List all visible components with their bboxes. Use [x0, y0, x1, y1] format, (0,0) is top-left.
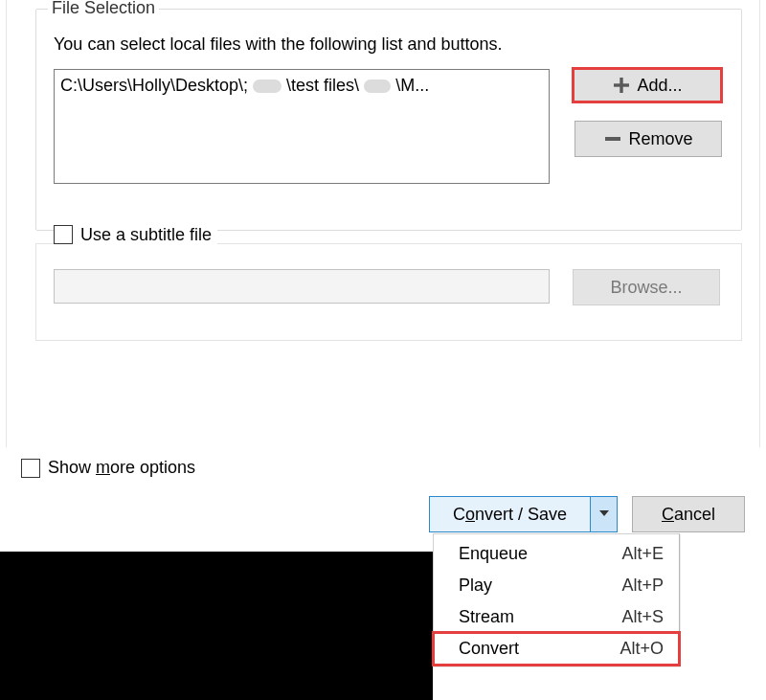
- subtitle-checkbox-row[interactable]: Use a subtitle file: [54, 225, 217, 245]
- redacted-segment: [364, 79, 391, 93]
- cancel-button[interactable]: Cancel: [632, 496, 745, 532]
- browse-button: Browse...: [573, 269, 720, 305]
- show-more-label: Show more options: [48, 458, 195, 478]
- menu-item-stream[interactable]: Stream Alt+S: [434, 601, 679, 633]
- svg-marker-3: [599, 510, 609, 516]
- menu-item-play[interactable]: Play Alt+P: [434, 570, 679, 601]
- menu-item-label: Play: [459, 576, 492, 596]
- remove-button[interactable]: Remove: [574, 121, 722, 157]
- svg-rect-2: [605, 137, 620, 141]
- add-button[interactable]: Add...: [572, 67, 723, 103]
- file-tab-panel: File Selection You can select local file…: [6, 0, 760, 447]
- browse-button-label: Browse...: [610, 278, 682, 298]
- menu-item-label: Convert: [459, 639, 519, 659]
- subtitle-file-input: [54, 269, 550, 304]
- file-selection-legend: File Selection: [48, 0, 159, 18]
- menu-item-enqueue[interactable]: Enqueue Alt+E: [434, 538, 679, 570]
- subtitle-checkbox-label: Use a subtitle file: [80, 225, 212, 245]
- plus-icon: [612, 76, 631, 95]
- file-path: C:\Users\Holly\Desktop\; \test files\ \M…: [60, 76, 429, 95]
- file-path-mid: \test files\: [286, 76, 359, 95]
- file-selection-group: File Selection You can select local file…: [35, 9, 742, 231]
- subtitle-group: Use a subtitle file Browse...: [35, 243, 742, 341]
- convert-save-dropdown[interactable]: [590, 497, 617, 531]
- show-more-checkbox[interactable]: [21, 459, 40, 478]
- menu-item-label: Enqueue: [459, 544, 528, 564]
- chevron-down-icon: [598, 505, 610, 524]
- menu-item-shortcut: Alt+E: [621, 544, 664, 564]
- svg-rect-1: [614, 83, 629, 86]
- menu-item-shortcut: Alt+P: [621, 576, 664, 596]
- cancel-button-label: Cancel: [662, 505, 715, 525]
- file-path-prefix: C:\Users\Holly\Desktop\;: [60, 76, 248, 95]
- convert-save-label: Convert / Save: [430, 497, 590, 531]
- convert-save-button[interactable]: Convert / Save: [429, 496, 618, 532]
- convert-save-menu: Enqueue Alt+E Play Alt+P Stream Alt+S Co…: [433, 533, 680, 666]
- file-list[interactable]: C:\Users\Holly\Desktop\; \test files\ \M…: [54, 69, 550, 184]
- menu-item-shortcut: Alt+O: [620, 639, 664, 659]
- file-path-suffix: \M...: [395, 76, 429, 95]
- background-dark-area: [0, 552, 433, 700]
- remove-button-label: Remove: [628, 129, 692, 149]
- file-selection-help: You can select local files with the foll…: [54, 34, 503, 55]
- minus-icon: [603, 129, 622, 148]
- redacted-segment: [253, 79, 282, 93]
- menu-item-shortcut: Alt+S: [621, 607, 664, 627]
- show-more-options-row[interactable]: Show more options: [21, 458, 195, 478]
- menu-item-convert[interactable]: Convert Alt+O: [434, 633, 679, 665]
- menu-item-label: Stream: [459, 607, 514, 627]
- subtitle-checkbox[interactable]: [54, 225, 73, 244]
- add-button-label: Add...: [637, 76, 682, 96]
